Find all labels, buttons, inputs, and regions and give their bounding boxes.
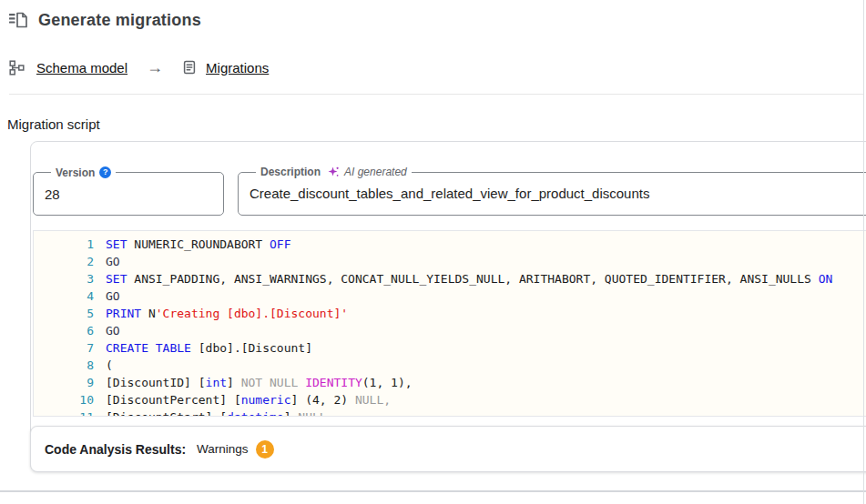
code-analysis-panel[interactable]: Code Analysis Results: Warnings 1 xyxy=(30,426,866,472)
breadcrumb-link-schema-model[interactable]: Schema model xyxy=(36,60,127,76)
line-number: 7 xyxy=(34,339,94,357)
migration-script-card: Version ? 28 Description AI generated Cr… xyxy=(30,141,866,471)
line-number: 8 xyxy=(34,357,94,374)
header-divider xyxy=(9,94,863,95)
migration-script-stack-icon xyxy=(8,10,28,30)
scrollbar-edge[interactable] xyxy=(863,0,864,504)
schema-model-icon xyxy=(9,60,25,76)
code-line: 6GO xyxy=(34,322,866,339)
line-number: 5 xyxy=(34,305,94,322)
line-number: 2 xyxy=(34,253,94,270)
page-header: Generate migrations xyxy=(8,10,201,30)
code-editor[interactable]: 1SET NUMERIC_ROUNDABORT OFF2GO3SET ANSI_… xyxy=(33,230,866,417)
generate-migrations-screen: Generate migrations Schema model → Migra… xyxy=(0,0,866,504)
code-line: 11[DiscountStart] [datetime] NULL xyxy=(34,408,866,417)
breadcrumb-link-migrations[interactable]: Migrations xyxy=(206,60,269,76)
version-input[interactable]: 28 xyxy=(45,186,223,202)
code-analysis-title: Code Analysis Results: xyxy=(45,442,186,457)
code-line: 5PRINT N'Creating [dbo].[Discount]' xyxy=(34,305,866,322)
code-line: 2GO xyxy=(34,253,866,270)
line-number: 9 xyxy=(34,374,94,391)
line-number: 4 xyxy=(34,287,94,305)
line-number: 11 xyxy=(34,408,94,417)
code-editor-content: 1SET NUMERIC_ROUNDABORT OFF2GO3SET ANSI_… xyxy=(34,236,866,417)
page-title: Generate migrations xyxy=(38,11,201,30)
line-number: 6 xyxy=(34,322,94,339)
description-input[interactable]: Create_discount_tables_and_related_view_… xyxy=(250,186,866,201)
ai-generated-label: AI generated xyxy=(344,166,407,177)
code-line: 9[DiscountID] [int] NOT NULL IDENTITY(1,… xyxy=(34,374,866,391)
description-field-label: Description AI generated xyxy=(256,166,412,177)
code-line: 1SET NUMERIC_ROUNDABORT OFF xyxy=(34,236,866,253)
line-number: 1 xyxy=(34,236,94,253)
version-field-label: Version ? xyxy=(51,166,116,178)
arrow-right-icon: → xyxy=(147,59,163,76)
code-line: 4GO xyxy=(34,287,866,305)
code-line: 8( xyxy=(34,357,866,374)
description-field[interactable]: Description AI generated Create_discount… xyxy=(238,166,866,216)
warnings-label: Warnings xyxy=(197,442,249,456)
breadcrumb: Schema model → Migrations xyxy=(9,56,269,78)
warning-count-badge: 1 xyxy=(256,440,274,459)
code-line: 3SET ANSI_PADDING, ANSI_WARNINGS, CONCAT… xyxy=(34,270,866,287)
migration-script-label: Migration script xyxy=(7,116,100,132)
code-line: 10[DiscountPercent] [numeric] (4, 2) NUL… xyxy=(34,391,866,408)
footer-divider xyxy=(0,490,866,492)
line-number: 3 xyxy=(34,270,94,287)
help-icon[interactable]: ? xyxy=(99,166,111,178)
migrations-document-icon xyxy=(182,60,197,75)
code-line: 7CREATE TABLE [dbo].[Discount] xyxy=(34,339,866,357)
line-number: 10 xyxy=(34,391,94,408)
version-field[interactable]: Version ? 28 xyxy=(33,166,224,216)
ai-sparkle-icon xyxy=(328,166,339,177)
